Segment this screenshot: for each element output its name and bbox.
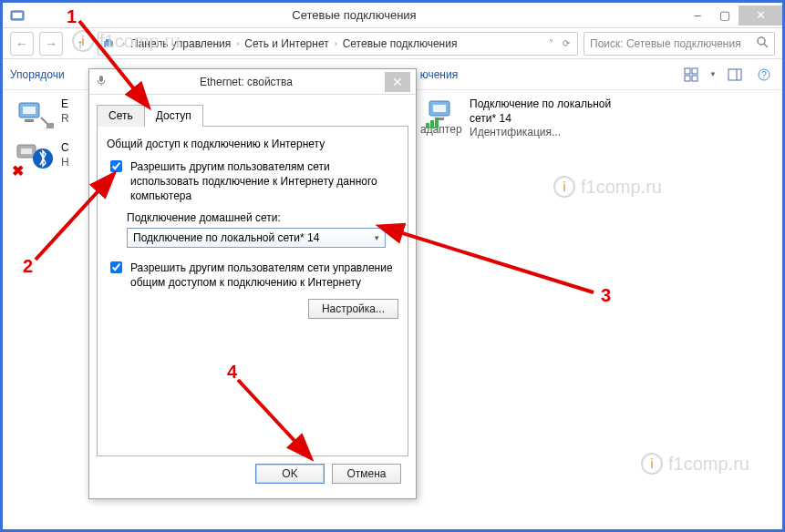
chevron-down-icon: ▾ xyxy=(375,233,379,242)
svg-rect-22 xyxy=(433,105,446,112)
details-pane-button[interactable] xyxy=(724,64,746,86)
svg-rect-3 xyxy=(106,39,111,42)
cancel-button[interactable]: Отмена xyxy=(332,464,401,484)
svg-rect-1 xyxy=(13,13,22,18)
svg-rect-7 xyxy=(692,68,697,74)
up-button[interactable]: ↑ xyxy=(68,32,92,56)
svg-rect-15 xyxy=(23,107,36,114)
ok-button[interactable]: OK xyxy=(255,464,325,484)
settings-button[interactable]: Настройка... xyxy=(308,299,398,319)
minimize-button[interactable]: – xyxy=(684,5,711,26)
breadcrumb-sep: › xyxy=(120,39,127,48)
checkbox-allow-share-label: Разрешить другим пользователям сети испо… xyxy=(130,159,398,204)
breadcrumb-icon xyxy=(102,36,117,51)
dialog-title: Ethernet: свойства xyxy=(108,76,385,88)
help-button[interactable]: ? xyxy=(753,64,775,86)
bluetooth-icon xyxy=(15,141,54,176)
dialog-tabs: Сеть Доступ xyxy=(97,104,408,126)
window-icon xyxy=(10,8,25,23)
svg-rect-27 xyxy=(99,76,103,82)
local-connection-icon xyxy=(424,97,462,132)
home-network-label: Подключение домашней сети: xyxy=(127,211,398,224)
checkbox-allow-share[interactable] xyxy=(110,160,122,172)
right-item-line3: Идентификация... xyxy=(470,126,688,140)
combo-value: Подключение по локальной сети* 14 xyxy=(133,231,319,244)
address-bar-row: ← → ↑ › Панель управления › Сеть и Интер… xyxy=(3,28,782,59)
svg-rect-26 xyxy=(435,118,439,128)
dialog-titlebar[interactable]: Ethernet: свойства ✕ xyxy=(89,69,416,95)
back-button[interactable]: ← xyxy=(10,32,34,56)
network-item-local[interactable]: Подключение по локальной сети* 14 Иденти… xyxy=(424,97,688,140)
search-placeholder: Поиск: Сетевые подключения xyxy=(590,37,750,50)
window-controls: – ▢ ✕ xyxy=(684,5,782,26)
right-item-line1: Подключение по локальной xyxy=(470,97,688,112)
dialog-mic-icon xyxy=(95,74,108,89)
dialog-close-button[interactable]: ✕ xyxy=(385,72,410,92)
forward-button[interactable]: → xyxy=(39,32,63,56)
breadcrumb-dropdown[interactable]: ˅ xyxy=(545,38,557,48)
organize-button[interactable]: Упорядочи xyxy=(10,68,65,81)
svg-rect-25 xyxy=(430,120,434,128)
properties-dialog: Ethernet: свойства ✕ Сеть Доступ Общий д… xyxy=(88,68,417,499)
view-icons-button[interactable] xyxy=(680,64,702,86)
search-box[interactable]: Поиск: Сетевые подключения xyxy=(584,32,775,56)
tab-network[interactable]: Сеть xyxy=(97,105,145,127)
refresh-button[interactable]: ⟳ xyxy=(559,38,573,48)
tab-access[interactable]: Доступ xyxy=(144,105,203,127)
checkbox-allow-control[interactable] xyxy=(110,261,122,273)
search-icon xyxy=(756,36,769,51)
svg-line-5 xyxy=(764,44,768,47)
view-dropdown[interactable]: ▼ xyxy=(709,70,717,78)
svg-rect-24 xyxy=(426,123,429,128)
svg-rect-6 xyxy=(685,68,690,74)
window-title: Сетевые подключения xyxy=(25,8,684,22)
checkbox-allow-control-label: Разрешить другим пользователям сети упра… xyxy=(130,261,398,290)
breadcrumb-item-0[interactable]: Панель управления xyxy=(130,37,231,50)
svg-rect-8 xyxy=(685,76,690,81)
svg-rect-19 xyxy=(21,148,32,154)
ethernet-icon xyxy=(15,97,54,132)
group-title: Общий доступ к подключению к Интернету xyxy=(107,138,398,150)
toolbar-partial-text: ючения xyxy=(420,68,459,81)
titlebar: Сетевые подключения – ▢ ✕ xyxy=(3,3,782,28)
tab-panel-access: Общий доступ к подключению к Интернету Р… xyxy=(97,126,408,456)
svg-rect-10 xyxy=(728,69,741,80)
svg-rect-9 xyxy=(692,76,697,81)
svg-point-4 xyxy=(758,37,765,45)
breadcrumb-item-2[interactable]: Сетевые подключения xyxy=(343,37,458,50)
svg-rect-16 xyxy=(25,119,34,122)
close-button[interactable]: ✕ xyxy=(739,5,782,26)
svg-text:?: ? xyxy=(761,70,767,80)
right-item-line2: сети* 14 xyxy=(470,112,688,127)
maximize-button[interactable]: ▢ xyxy=(711,5,739,26)
breadcrumb-item-1[interactable]: Сеть и Интернет xyxy=(244,37,328,50)
svg-rect-2 xyxy=(104,41,113,47)
home-network-combo[interactable]: Подключение по локальной сети* 14 ▾ xyxy=(127,228,386,248)
svg-rect-17 xyxy=(46,123,54,128)
breadcrumb[interactable]: › Панель управления › Сеть и Интернет › … xyxy=(98,32,578,56)
